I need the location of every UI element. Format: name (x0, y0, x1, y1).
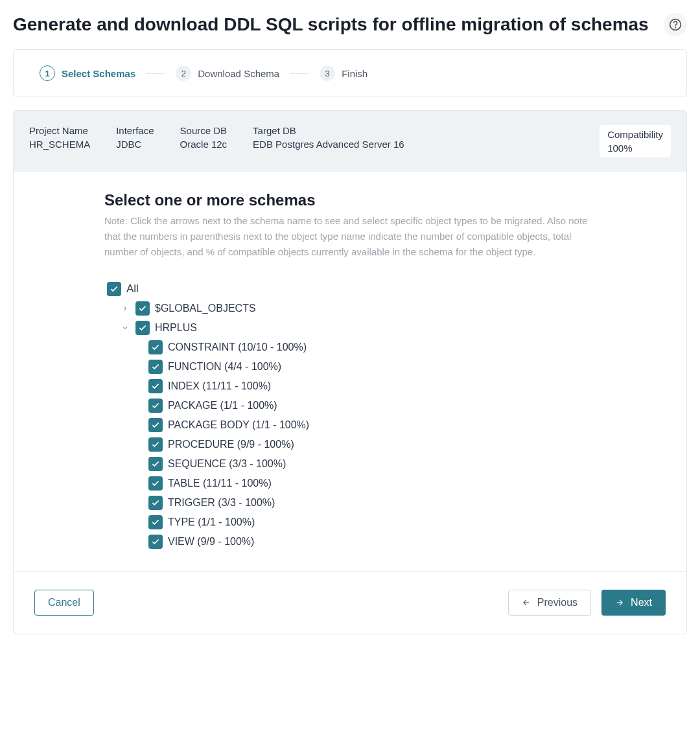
next-button[interactable]: Next (601, 590, 666, 616)
project-info-bar: Project Name HR_SCHEMA Interface JDBC So… (13, 110, 687, 172)
checkbox-hrplus[interactable] (135, 321, 150, 335)
tree-object-label: PACKAGE BODY (1/1 - 100%) (168, 419, 309, 431)
tree-schema-hrplus: HRPLUS (107, 318, 596, 338)
tree-object-row: SEQUENCE (3/3 - 100%) (107, 454, 596, 474)
cancel-button[interactable]: Cancel (34, 590, 94, 616)
section-title: Select one or more schemas (104, 191, 596, 209)
section-note: Note: Click the arrows next to the schem… (104, 213, 596, 260)
footer-actions: Cancel Previous Next (13, 572, 687, 634)
help-icon[interactable] (664, 13, 687, 36)
project-name-item: Project Name HR_SCHEMA (29, 125, 90, 157)
step-finish[interactable]: 3 Finish (320, 65, 368, 81)
tree-object-label: FUNCTION (4/4 - 100%) (168, 361, 281, 373)
chevron-right-icon[interactable] (120, 305, 130, 312)
step-label: Finish (342, 68, 368, 79)
main-content: Select one or more schemas Note: Click t… (13, 172, 687, 572)
project-name-label: Project Name (29, 125, 90, 136)
compatibility-value: 100% (607, 143, 663, 154)
step-separator (290, 73, 309, 74)
previous-button-label: Previous (537, 597, 578, 608)
tree-object-label: SEQUENCE (3/3 - 100%) (168, 458, 286, 470)
step-number: 3 (320, 65, 335, 81)
tree-object-label: VIEW (9/9 - 100%) (168, 536, 254, 548)
step-separator (146, 73, 165, 74)
target-db-label: Target DB (253, 125, 404, 136)
checkbox-object[interactable] (148, 399, 163, 413)
tree-object-label: TABLE (11/11 - 100%) (168, 478, 272, 489)
tree-object-row: CONSTRAINT (10/10 - 100%) (107, 338, 596, 357)
checkbox-object[interactable] (148, 360, 163, 374)
checkbox-object[interactable] (148, 379, 163, 393)
tree-object-row: VIEW (9/9 - 100%) (107, 532, 596, 551)
tree-object-row: PACKAGE (1/1 - 100%) (107, 396, 596, 415)
arrow-right-icon (615, 598, 624, 607)
tree-object-row: PROCEDURE (9/9 - 100%) (107, 435, 596, 454)
previous-button[interactable]: Previous (508, 590, 591, 616)
interface-value: JDBC (116, 139, 154, 150)
next-button-label: Next (631, 597, 652, 608)
checkbox-object[interactable] (148, 418, 163, 432)
tree-object-label: PROCEDURE (9/9 - 100%) (168, 439, 294, 450)
checkbox-object[interactable] (148, 496, 163, 510)
tree-object-label: INDEX (11/11 - 100%) (168, 380, 271, 392)
tree-object-row: TABLE (11/11 - 100%) (107, 474, 596, 493)
tree-object-row: FUNCTION (4/4 - 100%) (107, 357, 596, 376)
source-db-item: Source DB Oracle 12c (180, 125, 228, 157)
step-number: 1 (40, 65, 55, 81)
chevron-down-icon[interactable] (120, 324, 130, 332)
checkbox-all[interactable] (107, 282, 121, 296)
schema-tree: All $GLOBAL_OBJECTS HRPLUS CONSTRAINT (1… (104, 279, 596, 551)
checkbox-global-objects[interactable] (135, 301, 150, 316)
page-title: Generate and download DDL SQL scripts fo… (13, 14, 649, 35)
arrow-left-icon (522, 598, 531, 607)
checkbox-object[interactable] (148, 437, 163, 452)
tree-all-row: All (107, 279, 596, 299)
checkbox-object[interactable] (148, 476, 163, 491)
checkbox-object[interactable] (148, 340, 163, 354)
target-db-item: Target DB EDB Postgres Advanced Server 1… (253, 125, 404, 157)
interface-item: Interface JDBC (116, 125, 154, 157)
checkbox-object[interactable] (148, 535, 163, 549)
tree-object-label: PACKAGE (1/1 - 100%) (168, 400, 277, 411)
step-download-schema[interactable]: 2 Download Schema (176, 65, 279, 81)
tree-object-row: TRIGGER (3/3 - 100%) (107, 493, 596, 513)
tree-schema-label: $GLOBAL_OBJECTS (155, 303, 256, 314)
tree-schema-label: HRPLUS (155, 322, 197, 334)
stepper: 1 Select Schemas 2 Download Schema 3 Fin… (13, 49, 687, 97)
step-select-schemas[interactable]: 1 Select Schemas (40, 65, 135, 81)
checkbox-object[interactable] (148, 515, 163, 529)
source-db-label: Source DB (180, 125, 228, 136)
tree-object-row: INDEX (11/11 - 100%) (107, 376, 596, 396)
step-label: Download Schema (198, 68, 279, 79)
tree-all-label: All (126, 283, 139, 295)
tree-schema-global-objects: $GLOBAL_OBJECTS (107, 299, 596, 318)
step-label: Select Schemas (62, 68, 135, 79)
checkbox-object[interactable] (148, 457, 163, 471)
tree-object-label: TYPE (1/1 - 100%) (168, 516, 255, 528)
tree-object-label: TRIGGER (3/3 - 100%) (168, 497, 275, 509)
svg-point-1 (675, 27, 676, 28)
project-name-value: HR_SCHEMA (29, 139, 90, 150)
interface-label: Interface (116, 125, 154, 136)
tree-object-label: CONSTRAINT (10/10 - 100%) (168, 341, 307, 353)
compatibility-item: Compatibility 100% (600, 125, 671, 157)
source-db-value: Oracle 12c (180, 139, 228, 150)
tree-object-row: TYPE (1/1 - 100%) (107, 513, 596, 532)
target-db-value: EDB Postgres Advanced Server 16 (253, 139, 404, 150)
compatibility-label: Compatibility (607, 129, 663, 140)
tree-object-row: PACKAGE BODY (1/1 - 100%) (107, 415, 596, 435)
step-number: 2 (176, 65, 191, 81)
